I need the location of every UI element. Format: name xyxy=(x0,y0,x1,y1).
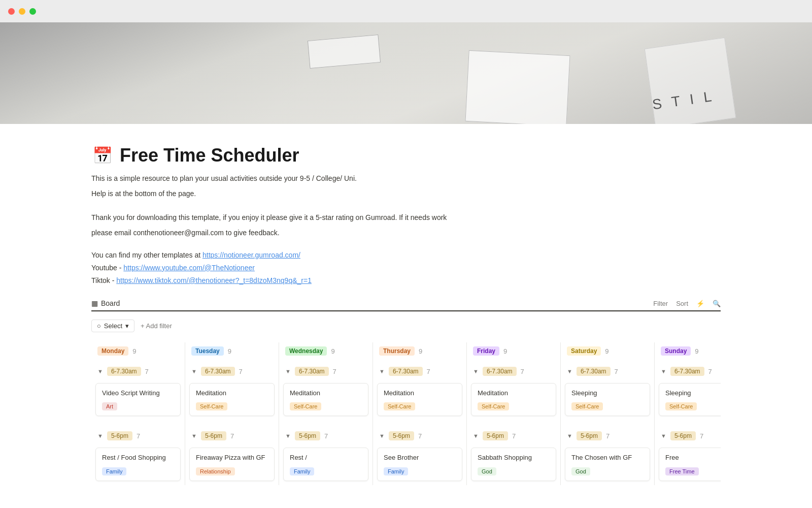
group-toggle[interactable]: ▼ xyxy=(191,433,197,439)
column-monday: Monday 9 ▼ 6-7.30am 7 Video Script Writi… xyxy=(91,342,185,485)
card-monday-afternoon[interactable]: Rest / Food Shopping Family xyxy=(95,448,181,481)
add-filter-button[interactable]: + Add filter xyxy=(141,322,172,330)
group-morning-header-tuesday: ▼ 6-7.30am 7 xyxy=(189,364,275,379)
column-tuesday: Tuesday 9 ▼ 6-7.30am 7 Meditation Self-C… xyxy=(185,342,279,485)
group-afternoon-header-saturday: ▼ 5-6pm 7 xyxy=(565,428,650,443)
count: 7 xyxy=(239,368,243,375)
title-row: 📅 Free Time Scheduler xyxy=(91,144,721,167)
column-thursday: Thursday 9 ▼ 6-7.30am 7 Meditation Self-… xyxy=(373,342,467,485)
column-header-tuesday: Tuesday 9 xyxy=(189,342,275,360)
count: 7 xyxy=(230,432,234,440)
group-toggle[interactable]: ▼ xyxy=(379,368,385,374)
search-button[interactable]: 🔍 xyxy=(713,300,721,307)
morning-time-badge: 6-7.30am xyxy=(483,367,517,376)
youtube-link-row: Youtube - https://www.youtube.com/@TheNo… xyxy=(91,262,721,274)
tag-free-time: Free Time xyxy=(665,467,699,475)
group-toggle[interactable]: ▼ xyxy=(379,433,385,439)
group-afternoon-header-friday: ▼ 5-6pm 7 xyxy=(471,428,556,443)
filter-button[interactable]: Filter xyxy=(653,300,668,307)
chevron-down-icon: ▾ xyxy=(125,322,129,330)
morning-time-badge: 6-7.30am xyxy=(201,367,235,376)
count: 7 xyxy=(700,432,703,440)
templates-url[interactable]: https://notioneer.gumroad.com/ xyxy=(202,251,300,259)
wednesday-count: 9 xyxy=(331,347,334,355)
group-toggle[interactable]: ▼ xyxy=(661,368,666,374)
column-header-wednesday: Wednesday 9 xyxy=(283,342,368,360)
afternoon-time-badge: 5-6pm xyxy=(577,431,602,440)
afternoon-time-badge: 5-6pm xyxy=(670,431,696,440)
tiktok-url[interactable]: https://www.tiktok.com/@thenotioneer?_t=… xyxy=(116,276,312,284)
card-tuesday-afternoon[interactable]: Fireaway Pizza with GF Relationship xyxy=(189,448,275,481)
column-header-thursday: Thursday 9 xyxy=(377,342,462,360)
group-morning-header-wednesday: ▼ 6-7.30am 7 xyxy=(283,364,368,379)
close-button[interactable] xyxy=(8,8,15,15)
card-title: Sleeping xyxy=(665,389,721,398)
find-templates-text: You can find my other templates at xyxy=(91,251,202,259)
card-friday-afternoon[interactable]: Sabbath Shopping God xyxy=(471,448,556,481)
group-toggle[interactable]: ▼ xyxy=(285,368,291,374)
monday-count: 9 xyxy=(132,347,136,355)
tag-self-care: Self-Care xyxy=(384,402,415,410)
board-tab[interactable]: ▦ Board xyxy=(91,299,120,307)
group-morning-header-saturday: ▼ 6-7.30am 7 xyxy=(565,364,650,379)
count: 7 xyxy=(418,432,422,440)
morning-time-badge: 6-7.30am xyxy=(389,367,423,376)
friday-badge: Friday xyxy=(473,346,499,356)
group-afternoon-header-wednesday: ▼ 5-6pm 7 xyxy=(283,428,368,443)
card-monday-morning[interactable]: Video Script Writing Art xyxy=(95,383,181,416)
tag-self-care: Self-Care xyxy=(196,402,227,410)
card-title: Sleeping xyxy=(571,389,644,398)
afternoon-time-badge: 5-6pm xyxy=(201,431,226,440)
board-container: Monday 9 ▼ 6-7.30am 7 Video Script Writi… xyxy=(91,342,721,485)
card-sunday-afternoon[interactable]: Free Free Time xyxy=(659,448,721,481)
group-toggle[interactable]: ▼ xyxy=(191,368,197,374)
afternoon-time-badge: 5-6pm xyxy=(107,431,132,440)
card-wednesday-morning[interactable]: Meditation Self-Care xyxy=(283,383,368,416)
group-toggle-afternoon[interactable]: ▼ xyxy=(97,433,103,439)
group-toggle[interactable]: ▼ xyxy=(473,433,479,439)
youtube-prefix: Youtube - xyxy=(91,264,123,272)
card-thursday-afternoon[interactable]: See Brother Family xyxy=(377,448,462,481)
card-saturday-morning[interactable]: Sleeping Self-Care xyxy=(565,383,650,416)
card-sunday-morning[interactable]: Sleeping Self-Care xyxy=(659,383,721,416)
group-toggle[interactable]: ▼ xyxy=(567,368,572,374)
group-toggle[interactable]: ▼ xyxy=(473,368,479,374)
card-thursday-morning[interactable]: Meditation Self-Care xyxy=(377,383,462,416)
column-header-friday: Friday 9 xyxy=(471,342,556,360)
sort-button[interactable]: Sort xyxy=(676,300,688,307)
toolbar-right: Filter Sort ⚡ 🔍 xyxy=(653,300,721,307)
wednesday-badge: Wednesday xyxy=(285,346,327,356)
group-toggle[interactable]: ▼ xyxy=(661,433,666,439)
filter-row: ○ Select ▾ + Add filter xyxy=(91,320,721,332)
card-saturday-afternoon[interactable]: The Chosen with GF God xyxy=(565,448,650,481)
card-wednesday-afternoon[interactable]: Rest / Family xyxy=(283,448,368,481)
group-toggle[interactable]: ▼ xyxy=(285,433,291,439)
card-friday-morning[interactable]: Meditation Self-Care xyxy=(471,383,556,416)
window-chrome xyxy=(0,0,812,22)
select-icon: ○ xyxy=(97,322,101,330)
lightning-button[interactable]: ⚡ xyxy=(696,300,704,307)
group-afternoon-header-tuesday: ▼ 5-6pm 7 xyxy=(189,428,275,443)
minimize-button[interactable] xyxy=(19,8,25,15)
tiktok-prefix: Tiktok - xyxy=(91,276,116,284)
description-line-2: Help is at the bottom of the page. xyxy=(91,188,721,199)
maximize-button[interactable] xyxy=(29,8,36,15)
select-button[interactable]: ○ Select ▾ xyxy=(91,320,134,332)
card-title: The Chosen with GF xyxy=(571,453,644,462)
group-toggle[interactable]: ▼ xyxy=(567,433,572,439)
tag-family: Family xyxy=(102,467,126,475)
afternoon-time-badge: 5-6pm xyxy=(295,431,320,440)
tuesday-count: 9 xyxy=(228,347,231,355)
header-banner: S T I L xyxy=(0,22,812,124)
group-morning-header-monday: ▼ 6-7.30am 7 xyxy=(95,364,181,379)
youtube-url[interactable]: https://www.youtube.com/@TheNotioneer xyxy=(123,264,255,272)
card-tuesday-morning[interactable]: Meditation Self-Care xyxy=(189,383,275,416)
card-title: See Brother xyxy=(384,453,456,462)
tiktok-link-row: Tiktok - https://www.tiktok.com/@thenoti… xyxy=(91,274,721,287)
morning-time-badge: 6-7.30am xyxy=(107,367,141,376)
card-title: Free xyxy=(665,453,721,462)
paper-decoration-1 xyxy=(465,50,570,124)
group-toggle-morning[interactable]: ▼ xyxy=(97,368,103,374)
card-title: Rest / Food Shopping xyxy=(102,453,174,462)
tag-self-care: Self-Care xyxy=(571,402,603,410)
